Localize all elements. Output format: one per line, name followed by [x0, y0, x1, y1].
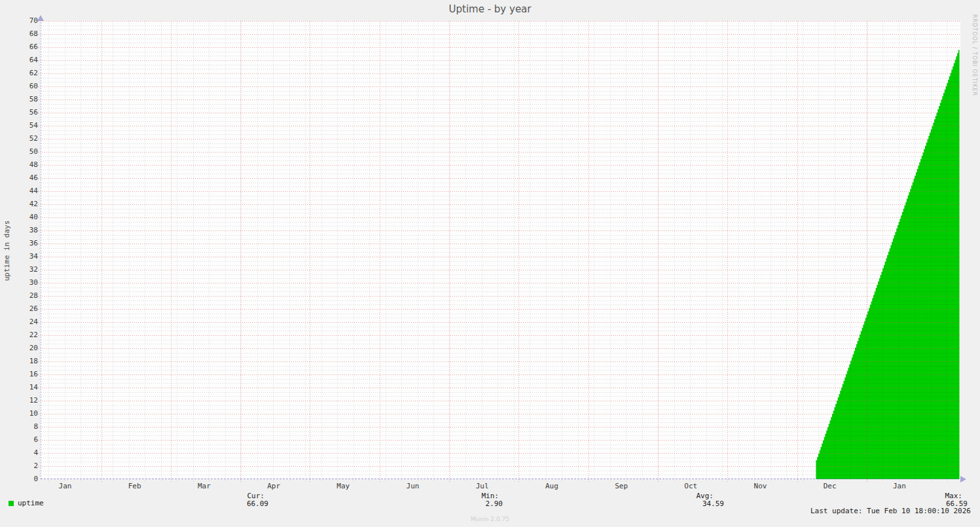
gridline-v-minor: [690, 21, 691, 481]
y-tick-label: 10: [0, 409, 38, 418]
gridline-h-minor: [39, 265, 960, 266]
gridline-v-minor: [899, 21, 899, 481]
y-tick-label: 36: [0, 239, 38, 247]
gridline-v-minor: [465, 21, 466, 481]
gridline-v-minor: [482, 21, 482, 481]
gridline-v-minor: [401, 21, 402, 481]
gridline-h-minor: [39, 156, 960, 157]
gridline-v-minor: [771, 21, 771, 481]
gridline-h-minor: [39, 318, 960, 318]
gridline-v-minor: [818, 21, 819, 481]
gridline-h-minor: [39, 471, 960, 471]
gridline-v-minor: [354, 21, 354, 481]
x-tick-label: Feb: [122, 482, 148, 490]
gridline-v-minor: [161, 21, 162, 481]
gridline-v-minor: [433, 21, 434, 481]
y-tick-label: 52: [0, 134, 38, 143]
gridline-v-major: [797, 21, 798, 482]
gridline-v-minor: [48, 21, 49, 481]
y-tick-label: 40: [0, 213, 38, 221]
gridline-v-minor: [947, 21, 947, 481]
legend-label-uptime: uptime: [18, 499, 44, 507]
x-tick-label: Mar: [191, 482, 217, 490]
gridline-v-minor: [97, 21, 98, 481]
rrdtool-watermark: RRDTOOL / TOBI OETIKER: [971, 14, 977, 96]
y-axis-arrow-icon: [37, 15, 44, 21]
gridline-h-minor: [39, 314, 960, 314]
gridline-h-minor: [39, 370, 960, 371]
gridline-v-minor: [803, 21, 803, 481]
gridline-h-minor: [39, 392, 960, 393]
gridline-v-minor: [145, 21, 145, 481]
y-tick-label: 70: [0, 16, 38, 25]
y-tick-label: 66: [0, 43, 38, 51]
gridline-h-minor: [39, 95, 960, 96]
gridline-v-minor: [546, 21, 547, 481]
gridline-v-major: [658, 21, 659, 482]
y-tick-label: 12: [0, 396, 38, 405]
gridline-v-major: [380, 21, 380, 482]
y-tick-label: 42: [0, 200, 38, 208]
gridline-v-minor: [562, 21, 562, 481]
x-tick-label: Jan: [52, 482, 79, 490]
y-tick-label: 8: [0, 422, 38, 431]
gridline-h-minor: [39, 304, 960, 305]
gridline-v-minor: [626, 21, 626, 481]
gridline-v-minor: [706, 21, 707, 481]
gridline-h-minor: [39, 239, 960, 240]
gridline-v-minor: [305, 21, 306, 481]
gridline-h-minor: [39, 39, 960, 39]
y-tick-label: 16: [0, 370, 38, 378]
gridline-v-minor: [386, 21, 386, 481]
gridline-h-minor: [39, 366, 960, 367]
gridline-h-minor: [39, 331, 960, 331]
gridline-h-minor: [39, 431, 960, 432]
gridline-v-minor: [786, 21, 787, 481]
gridline-v-minor: [594, 21, 594, 481]
gridline-h-minor: [39, 418, 960, 419]
gridline-v-minor: [241, 21, 242, 481]
munin-version-text: Munin 2.0.75: [471, 516, 509, 522]
gridline-v-minor: [738, 21, 739, 481]
gridline-h-minor: [39, 29, 960, 30]
gridline-h-minor: [39, 26, 960, 26]
gridline-h-minor: [39, 173, 960, 174]
gridline-h-minor: [39, 340, 960, 340]
stat-min-value: 2.90: [486, 500, 503, 508]
gridline-h-minor: [39, 300, 960, 301]
y-tick-label: 24: [0, 318, 38, 326]
gridline-h-minor: [39, 222, 960, 223]
gridline-v-minor: [369, 21, 370, 481]
gridline-h-minor: [39, 475, 960, 475]
gridline-v-minor: [65, 21, 65, 481]
y-tick-label: 18: [0, 357, 38, 365]
gridline-v-major: [867, 21, 867, 482]
gridline-h-minor: [39, 65, 960, 65]
gridline-h-minor: [39, 462, 960, 462]
gridline-v-minor: [610, 21, 611, 481]
x-tick-label: Dec: [817, 482, 843, 490]
gridline-h-minor: [39, 69, 960, 69]
x-tick-label: Jan: [886, 482, 913, 490]
stat-avg-value: 34.59: [702, 500, 724, 508]
gridline-h-minor: [39, 134, 960, 135]
y-tick-label: 38: [0, 226, 38, 234]
gridline-v-minor: [931, 21, 932, 481]
gridline-v-minor: [514, 21, 515, 481]
gridline-v-minor: [225, 21, 226, 481]
gridline-h-minor: [39, 200, 960, 200]
gridline-v-minor: [177, 21, 177, 481]
chart-title: Uptime - by year: [0, 3, 980, 15]
y-tick-label: 60: [0, 82, 38, 90]
gridline-h-minor: [39, 357, 960, 357]
gridline-h-minor: [39, 91, 960, 92]
gridline-h-minor: [39, 235, 960, 236]
gridline-v-minor: [578, 21, 579, 481]
y-tick-label: 34: [0, 252, 38, 261]
gridline-v-minor: [257, 21, 258, 481]
gridline-h-minor: [39, 196, 960, 196]
gridline-v-minor: [498, 21, 498, 481]
gridline-v-minor: [530, 21, 530, 481]
gridline-v-minor: [674, 21, 675, 481]
last-update-text: Last update: Tue Feb 10 18:00:10 2026: [810, 507, 971, 515]
